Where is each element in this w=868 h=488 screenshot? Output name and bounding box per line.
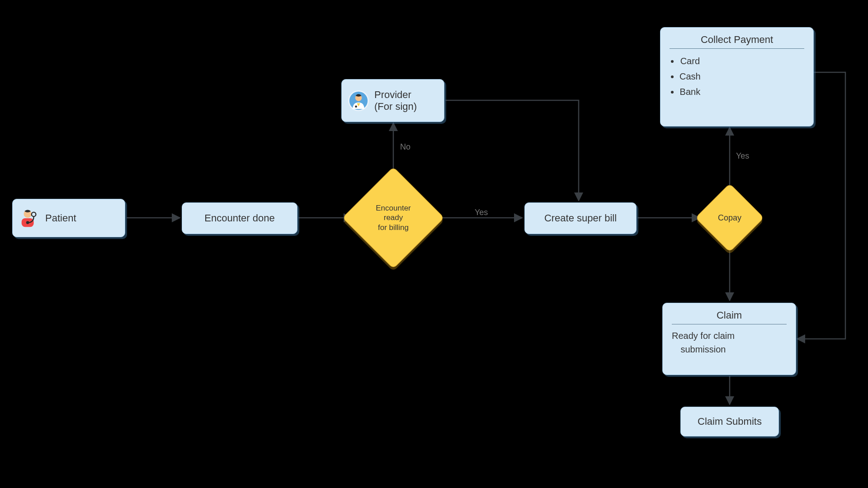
text-line: Ready for claim — [672, 331, 735, 341]
edge-label-yes-billing: Yes — [475, 208, 488, 217]
node-claim: Claim Ready for claim submission — [662, 303, 796, 375]
svg-point-11 — [26, 221, 29, 224]
edge-label-yes-copay: Yes — [736, 151, 749, 161]
decision-label: Encounter ready for billing — [376, 203, 411, 232]
text-line: Encounter — [376, 204, 411, 212]
list-item: Cash — [679, 69, 701, 84]
text-line: submission — [680, 344, 726, 354]
node-claim-submits: Claim Submits — [680, 407, 779, 436]
node-label: Encounter done — [204, 212, 274, 224]
node-label: Create super bill — [544, 212, 617, 224]
provider-icon — [348, 90, 369, 111]
decision-copay: Copay — [705, 193, 754, 242]
node-provider: Provider (For sign) — [341, 79, 444, 122]
list-item: Card — [679, 53, 701, 69]
text-line: (For sign) — [374, 101, 417, 113]
node-label: Claim Submits — [698, 416, 762, 427]
node-label: Patient — [45, 212, 76, 224]
node-body: Ready for claim submission — [672, 329, 735, 356]
node-heading: Collect Payment — [670, 34, 804, 49]
node-patient: Patient — [12, 199, 125, 237]
patient-icon — [19, 208, 40, 229]
text-line: for billing — [378, 223, 409, 232]
decision-label: Copay — [718, 213, 741, 223]
node-label: Provider (For sign) — [374, 89, 417, 113]
node-encounter-done: Encounter done — [182, 202, 297, 234]
node-heading: Claim — [672, 310, 787, 324]
node-create-super-bill: Create super bill — [524, 202, 637, 234]
decision-encounter-ready: Encounter ready for billing — [357, 182, 429, 254]
svg-point-10 — [32, 212, 36, 216]
flowchart-canvas: Patient Encounter done Encounter ready f… — [0, 0, 868, 488]
node-collect-payment: Collect Payment Card Cash Bank — [660, 27, 814, 127]
text-line: Provider — [374, 89, 417, 101]
list-item: Bank — [679, 84, 701, 99]
svg-point-14 — [355, 105, 357, 108]
text-line: ready — [384, 213, 403, 222]
payment-methods-list: Card Cash Bank — [670, 53, 701, 99]
edge-label-no: No — [400, 142, 410, 152]
